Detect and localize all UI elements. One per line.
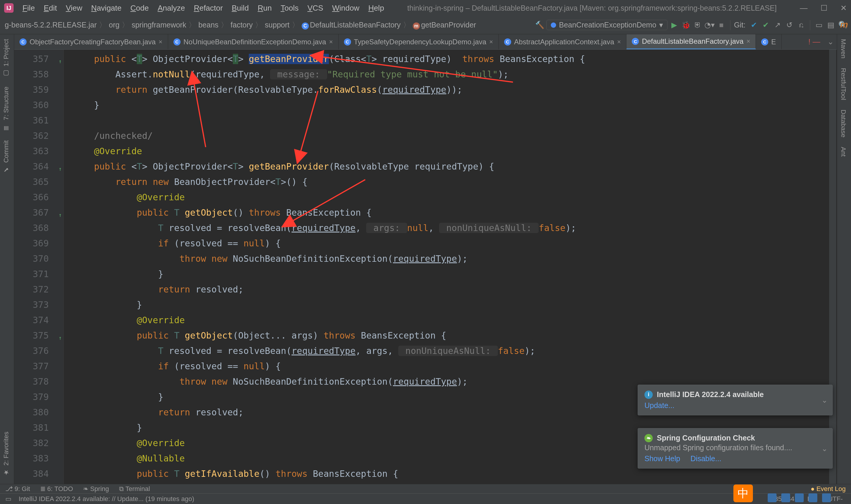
line-number[interactable]: 368 <box>14 220 64 236</box>
update-link[interactable]: Update... <box>645 401 674 410</box>
close-tab-icon[interactable]: × <box>489 38 493 46</box>
line-number[interactable]: 370 <box>14 251 64 267</box>
close-tab-icon[interactable]: × <box>329 38 333 46</box>
menu-refactor[interactable]: Refactor <box>194 3 223 13</box>
editor-tab[interactable]: CDefaultListableBeanFactory.java× <box>627 34 756 49</box>
coverage-icon[interactable]: ⛨ <box>692 21 703 29</box>
menu-navigate[interactable]: Navigate <box>91 3 122 13</box>
override-gutter-icon[interactable] <box>54 163 61 170</box>
line-number[interactable]: 371 <box>14 267 64 282</box>
line-number[interactable]: 378 <box>14 374 64 389</box>
tool-maven[interactable]: Maven <box>837 34 850 63</box>
filter-icon[interactable]: ▤ <box>826 21 836 29</box>
code-line[interactable]: throw new NoSuchBeanDefinitionException(… <box>73 251 837 267</box>
line-number[interactable]: 379 <box>14 389 64 405</box>
ime-indicator[interactable]: 中 <box>734 485 753 502</box>
chevron-down-icon[interactable]: ⌄ <box>821 396 828 404</box>
menu-code[interactable]: Code <box>130 3 149 13</box>
code-line[interactable]: public T getObject() throws BeansExcepti… <box>73 205 837 220</box>
menu-run[interactable]: Run <box>258 3 272 13</box>
code-line[interactable]: /unchecked/ <box>73 128 837 144</box>
code-editor[interactable]: 3573583593603613623633643653663673683693… <box>14 50 837 484</box>
profile-icon[interactable]: ◔▾ <box>704 21 715 29</box>
breadcrumb-item[interactable]: springframework <box>130 21 188 29</box>
override-gutter-icon[interactable] <box>54 209 61 216</box>
menu-analyze[interactable]: Analyze <box>158 3 185 13</box>
code-line[interactable]: return resolved; <box>73 282 837 297</box>
line-number[interactable]: 357 <box>14 51 64 67</box>
menu-vcs[interactable]: VCS <box>307 3 323 13</box>
tool-structure[interactable]: ≣7: Structure <box>0 82 13 136</box>
menu-view[interactable]: View <box>66 3 83 13</box>
tool-favorites[interactable]: ★2: Favorites <box>0 427 13 481</box>
tool-ant[interactable]: Ant <box>837 142 850 161</box>
status-windows-icon[interactable]: ▭ <box>5 495 12 503</box>
menu-edit[interactable]: Edit <box>44 3 57 13</box>
editor-scrollbar[interactable] <box>829 50 836 484</box>
breadcrumb-item[interactable]: CDefaultListableBeanFactory <box>300 21 402 30</box>
stop-icon[interactable]: ■ <box>716 21 727 29</box>
line-number[interactable]: 364 <box>14 159 64 174</box>
maximize-icon[interactable]: ☐ <box>820 3 827 13</box>
git-update-icon[interactable]: ✔ <box>748 21 759 29</box>
line-number[interactable]: 383 <box>14 451 64 466</box>
code-line[interactable]: @Override <box>73 190 837 205</box>
breadcrumb-item[interactable]: org <box>107 21 121 29</box>
editor-tab[interactable]: CAbstractApplicationContext.java× <box>499 34 627 49</box>
code-line[interactable]: if (resolved == null) { <box>73 359 837 374</box>
close-tab-icon[interactable]: × <box>746 37 750 45</box>
maven-m-icon[interactable]: m <box>840 19 848 30</box>
code-line[interactable]: T resolved = resolveBean(requiredType, a… <box>73 220 837 236</box>
breadcrumb-item[interactable]: beans <box>197 21 220 29</box>
tool-spring[interactable]: ❧ Spring <box>83 485 109 493</box>
code-line[interactable]: public <T> ObjectProvider<T> getBeanProv… <box>73 51 837 67</box>
code-line[interactable]: return getBeanProvider(ResolvableType.fo… <box>73 82 837 97</box>
debug-icon[interactable]: 🐞 <box>681 21 691 29</box>
editor-tab[interactable]: CObjectFactoryCreatingFactoryBean.java× <box>14 34 168 49</box>
disable-link[interactable]: Disable... <box>691 454 721 463</box>
line-number[interactable]: 365 <box>14 174 64 190</box>
tool-database[interactable]: Database <box>837 105 850 142</box>
git-rollback-icon[interactable]: ⎌ <box>796 21 807 29</box>
run-icon[interactable]: ▶ <box>669 21 679 29</box>
code-line[interactable]: } <box>73 97 837 113</box>
line-number[interactable]: 377 <box>14 359 64 374</box>
editor-tab[interactable]: CE <box>756 34 782 49</box>
tool-git[interactable]: ⎇ 9: Git <box>5 485 30 493</box>
run-config-selector[interactable]: BeanCreationExceptionDemo ▾ <box>546 20 668 30</box>
tray-icons[interactable] <box>768 493 831 502</box>
close-icon[interactable]: ✕ <box>840 3 847 13</box>
line-number[interactable]: 384 <box>14 466 64 482</box>
override-gutter-icon[interactable] <box>54 332 61 339</box>
close-tab-icon[interactable]: × <box>159 38 163 46</box>
line-number[interactable]: 367 <box>14 205 64 220</box>
notification-spring[interactable]: ❧Spring Configuration Check Unmapped Spr… <box>638 428 833 469</box>
line-number[interactable]: 362 <box>14 128 64 144</box>
line-number[interactable]: 382 <box>14 435 64 451</box>
menu-build[interactable]: Build <box>232 3 249 13</box>
code-line[interactable]: @Override <box>73 144 837 159</box>
menu-file[interactable]: File <box>22 3 35 13</box>
close-tab-icon[interactable]: × <box>617 38 621 46</box>
menu-help[interactable]: Help <box>368 3 384 13</box>
tool-commit[interactable]: ✔Commit <box>0 136 13 178</box>
editor-content[interactable]: public <T> ObjectProvider<T> getBeanProv… <box>64 50 837 484</box>
notification-update[interactable]: iIntelliJ IDEA 2022.2.4 available Update… <box>638 385 833 415</box>
breadcrumb-item[interactable]: g-beans-5.2.2.RELEASE.jar <box>3 21 98 29</box>
tool-project[interactable]: ▢1: Project <box>0 34 13 82</box>
line-number[interactable]: 360 <box>14 97 64 113</box>
line-number[interactable]: 361 <box>14 113 64 128</box>
editor-tab[interactable]: CNoUniqueBeanDefinitionExceptionDemo.jav… <box>168 34 339 49</box>
code-line[interactable]: } <box>73 267 837 282</box>
tabs-overflow-icon[interactable]: ⌄ <box>825 34 837 49</box>
line-number[interactable]: 366 <box>14 190 64 205</box>
line-number[interactable]: 363 <box>14 144 64 159</box>
line-number[interactable]: 369 <box>14 236 64 251</box>
tool-restful[interactable]: RestfulTool <box>837 63 850 105</box>
editor-tab[interactable]: CTypeSafetyDependencyLookupDemo.java× <box>339 34 499 49</box>
code-line[interactable] <box>73 113 837 128</box>
code-line[interactable]: } <box>73 297 837 312</box>
line-number[interactable]: 381 <box>14 420 64 435</box>
code-line[interactable]: return new BeanObjectProvider<T>() { <box>73 174 837 190</box>
build-icon[interactable]: 🔨 <box>535 21 545 29</box>
